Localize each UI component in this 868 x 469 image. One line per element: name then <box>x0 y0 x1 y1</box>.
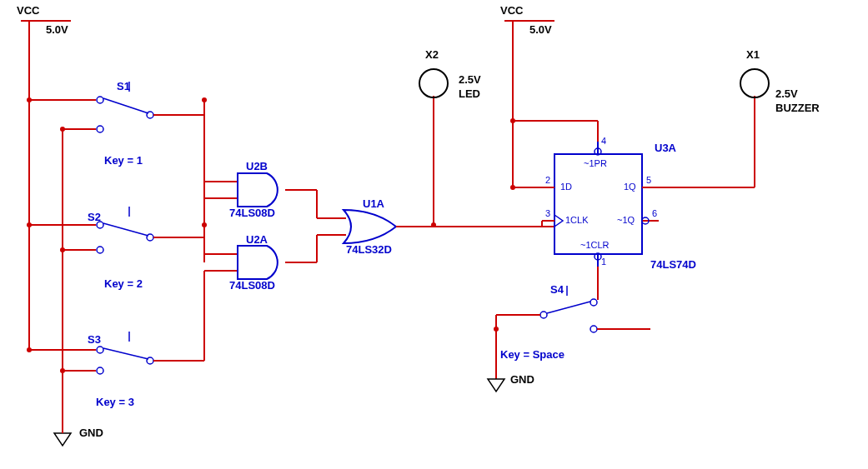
vcc-left-value: 5.0V <box>46 23 68 36</box>
u2b-part: 74LS08D <box>229 207 275 219</box>
and-gate-u2b <box>238 173 317 207</box>
gnd-right-label: GND <box>510 373 534 386</box>
s4-key: Key = Space <box>500 348 564 361</box>
u3a-q-lbl: 1Q <box>624 182 636 192</box>
switch-s2[interactable] <box>29 207 204 253</box>
and-gate-u2a <box>238 246 317 279</box>
vcc-right-symbol <box>504 21 554 121</box>
svg-point-38 <box>97 347 103 353</box>
svg-point-47 <box>419 69 448 97</box>
x1-ref: X1 <box>746 48 760 61</box>
x2-type: LED <box>459 87 480 100</box>
s3-ref: S3 <box>88 333 101 346</box>
u2b-ref: U2B <box>246 160 268 172</box>
vcc-right-value: 5.0V <box>529 23 552 36</box>
svg-point-22 <box>97 97 103 103</box>
x1-v: 2.5V <box>775 87 798 100</box>
u3a-clk-lbl: 1CLK <box>565 215 589 225</box>
s1-ref: S1 <box>117 80 130 92</box>
u3a-pin1: 1 <box>601 257 606 267</box>
svg-line-41 <box>103 348 148 359</box>
s2-ref: S2 <box>88 211 101 223</box>
u3a-clr-lbl: ~1CLR <box>580 240 610 250</box>
svg-line-67 <box>547 302 590 313</box>
s4-ref: S4 <box>550 283 564 296</box>
probe-x1 <box>740 69 769 97</box>
svg-point-39 <box>97 367 103 374</box>
svg-point-31 <box>97 247 103 253</box>
u3a-ref: U3A <box>655 142 676 154</box>
u2a-part: 74LS08D <box>229 279 275 292</box>
switch-s3[interactable] <box>29 332 204 374</box>
s1-key: Key = 1 <box>104 154 143 167</box>
svg-point-64 <box>590 299 597 306</box>
u1a-part: 74LS32D <box>346 243 392 256</box>
or-gate-u1a <box>344 210 434 243</box>
svg-line-25 <box>103 98 148 113</box>
probe-x2 <box>419 69 448 97</box>
svg-point-66 <box>540 312 547 318</box>
svg-point-62 <box>740 69 769 97</box>
u1a-ref: U1A <box>363 197 384 210</box>
u3a-pin2: 2 <box>545 175 550 185</box>
vcc-right-label: VCC <box>500 4 523 17</box>
u3a-qn-lbl: ~1Q <box>617 215 635 225</box>
s2-key: Key = 2 <box>104 277 143 290</box>
u3a-pin4: 4 <box>601 136 606 146</box>
s3-key: Key = 3 <box>96 396 134 408</box>
vcc-left-label: VCC <box>17 4 39 17</box>
u3a-part: 74LS74D <box>650 258 696 271</box>
junction-dots <box>27 97 515 373</box>
u3a-pr-lbl: ~1PR <box>584 158 607 168</box>
x2-ref: X2 <box>425 48 439 61</box>
x1-type: BUZZER <box>775 102 820 114</box>
u3a-pin6: 6 <box>652 208 657 218</box>
svg-marker-7 <box>488 379 504 392</box>
gnd-left-label: GND <box>79 427 103 439</box>
u3a-pin3: 3 <box>545 208 550 218</box>
svg-marker-5 <box>54 433 71 446</box>
x2-v: 2.5V <box>459 73 481 86</box>
u3a-d-lbl: 1D <box>560 182 572 192</box>
u2a-ref: U2A <box>246 233 268 246</box>
svg-rect-48 <box>554 154 642 254</box>
u3a-pin5: 5 <box>646 175 651 185</box>
svg-point-23 <box>97 126 103 132</box>
svg-line-33 <box>103 223 148 236</box>
